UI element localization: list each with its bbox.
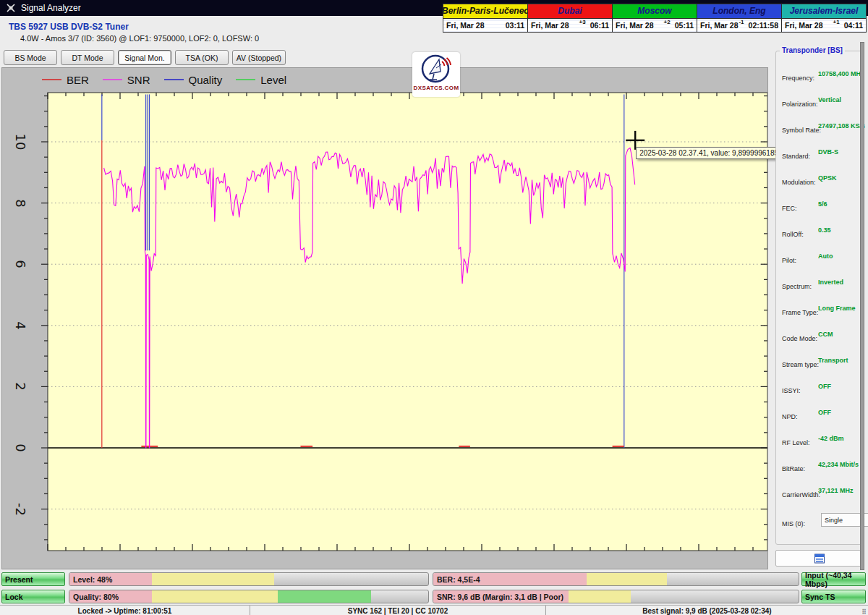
transponder-row: Stream type:Transport xyxy=(782,357,819,367)
chart-tooltip: 2025-03-28 02.37.41, value: 9,8999996185… xyxy=(636,147,799,159)
transponder-field-value: 0.35 xyxy=(818,226,831,234)
statusbar-sync-counters: SYNC 162 | TEI 20 | CC 10702 xyxy=(250,606,546,615)
transponder-field-label: NPD: xyxy=(782,413,798,420)
transponder-row: NPD:OFF xyxy=(782,409,798,419)
transponder-row: Code Mode:CCM xyxy=(782,331,817,341)
clock-date: Fri, Mar 28 xyxy=(616,21,664,30)
transponder-field-value: 5/6 xyxy=(818,200,827,208)
transponder-row: BitRate:42,234 Mbit/s xyxy=(782,461,805,471)
tab-tsa-ok-[interactable]: TSA (OK) xyxy=(175,50,229,65)
bar-zone xyxy=(278,590,371,603)
signal-chart: BERSNRQualityLevel 1086420-2 2025-03-28 … xyxy=(1,67,768,569)
clock-time: 03:11 xyxy=(506,21,524,30)
transponder-field-value: Inverted xyxy=(818,279,843,286)
clock-time-row: Fri, Mar 28+205:11 xyxy=(613,19,697,33)
tab-av-stopped-[interactable]: AV (Stopped) xyxy=(232,50,286,65)
clock-time: 04:11 xyxy=(844,21,863,30)
tab-signal-mon-[interactable]: Signal Mon. xyxy=(118,50,171,65)
clock-column: London, EngFri, Mar 28-102:11:58 xyxy=(697,4,782,32)
transponder-field-label: Spectrum: xyxy=(782,283,812,290)
transponder-row: Pilot:Auto xyxy=(782,253,796,263)
transponder-field-value: -42 dBm xyxy=(818,435,844,442)
transponder-row: Polarization:Vertical xyxy=(782,96,818,106)
transponder-field-value: Long Frame xyxy=(818,305,856,312)
y-tick-label: 2 xyxy=(8,373,34,399)
bar-zone xyxy=(587,573,667,585)
indicator-bar-level: Level: 48% xyxy=(69,572,429,586)
clock-date: Fri, Mar 28 xyxy=(700,21,739,30)
transponder-mis-row: MIS (0):Single∨ xyxy=(782,516,805,526)
transponder-row: Modulation:QPSK xyxy=(782,174,816,184)
clock-city-name: Moscow xyxy=(613,4,697,19)
transponder-field-label: RF Level: xyxy=(782,439,810,446)
transponder-field-value: OFF xyxy=(818,383,831,390)
transponder-field-value: Auto xyxy=(818,253,833,260)
clock-date: Fri, Mar 28 xyxy=(531,21,579,30)
transponder-row: FEC:5/6 xyxy=(782,200,797,211)
transponder-field-value: 10758,400 MHz xyxy=(818,70,864,77)
y-tick-label: 4 xyxy=(8,313,34,339)
transponder-field-label: Code Mode: xyxy=(782,335,817,342)
clock-utc-offset: +2 xyxy=(664,19,671,25)
bar-label: Level: 48% xyxy=(73,573,112,585)
y-tick-label: 6 xyxy=(8,251,34,277)
transponder-field-label: FEC: xyxy=(782,205,797,212)
tuner-name: TBS 5927 USB DVB-S2 Tuner xyxy=(9,22,129,32)
clock-city-name: London, Eng xyxy=(697,4,781,19)
clock-utc-offset: +1 xyxy=(833,19,840,25)
bar-label: SNR: 9,6 dB (Margin: 3,1 dB | Poor) xyxy=(437,590,563,603)
bar-zone xyxy=(152,573,274,585)
panel-scrollbar[interactable] xyxy=(860,42,864,570)
transponder-field-label: Stream type: xyxy=(782,361,819,368)
clock-date: Fri, Mar 28 xyxy=(446,21,501,30)
transponder-field-label: Pilot: xyxy=(782,257,796,264)
clock-time: 05:11 xyxy=(675,21,694,30)
clock-time-row: Fri, Mar 28+104:11 xyxy=(782,19,866,33)
resize-grip[interactable]: ⠿ xyxy=(861,608,867,615)
logo-text: DXSATCS.COM xyxy=(414,85,459,91)
clock-utc-offset: -1 xyxy=(739,19,744,25)
bar-zone xyxy=(152,590,278,603)
clock-time-row: Fri, Mar 28+306:11 xyxy=(528,19,612,33)
clock-city-name: Jerusalem-Israel xyxy=(782,4,866,19)
transponder-field-label: Frequency: xyxy=(782,75,814,82)
transponder-field-value: QPSK xyxy=(818,174,837,182)
transponder-row: Standard:DVB-S xyxy=(782,148,810,158)
statusbar-best-signal: Best signal: 9,9 dB (2025-03-28 02:34) xyxy=(546,606,868,615)
transponder-field-value: OFF xyxy=(818,409,831,416)
clock-time-row: Fri, Mar 2803:11 xyxy=(443,19,527,33)
transponder-row: ISSYI:OFF xyxy=(782,383,801,393)
transponder-field-label: Symbol Rate: xyxy=(782,127,821,134)
indicator-bar-quality: Quality: 80% xyxy=(69,590,429,603)
clock-city-name: Dubai xyxy=(528,4,612,19)
bar-label: BER: 4,5E-4 xyxy=(437,573,480,585)
chart-canvas xyxy=(2,68,767,569)
transponder-row: CarrierWidth:37,121 MHz xyxy=(782,487,820,497)
transponder-save-button[interactable] xyxy=(775,550,864,567)
transponder-field-value: Transport xyxy=(818,357,848,364)
clock-time-row: Fri, Mar 28-102:11:58 xyxy=(697,19,781,33)
clock-column: MoscowFri, Mar 28+205:11 xyxy=(613,4,697,32)
tab-dt-mode[interactable]: DT Mode xyxy=(61,50,114,65)
clock-time: 06:11 xyxy=(590,21,609,30)
transponder-field-label: Standard: xyxy=(782,153,810,160)
mis-value: Single xyxy=(825,517,843,524)
indicator-bar-ber: BER: 4,5E-4 xyxy=(433,572,799,586)
y-tick-label: 0 xyxy=(8,435,34,461)
transponder-row: Spectrum:Inverted xyxy=(782,279,812,289)
statusbar-lock-uptime: Locked -> Uptime: 81:00:51 xyxy=(0,606,250,615)
dxsatcs-logo: DXSATCS.COM xyxy=(412,52,460,97)
transponder-field-value: CCM xyxy=(818,331,833,338)
transponder-field-value: Vertical xyxy=(818,96,841,103)
transponder-row: RF Level:-42 dBm xyxy=(782,435,810,445)
status-badge-right: Input (~40,34 Mbps) xyxy=(801,572,866,586)
tab-bs-mode[interactable]: BS Mode xyxy=(4,50,57,65)
transponder-row: Symbol Rate:27497,108 KS/s xyxy=(782,122,821,132)
indicator-bar-snr: SNR: 9,6 dB (Margin: 3,1 dB | Poor) xyxy=(433,590,799,603)
clock-column: Jerusalem-IsraelFri, Mar 28+104:11 xyxy=(782,4,866,32)
clock-time: 02:11:58 xyxy=(749,21,778,30)
transponder-field-label: BitRate: xyxy=(782,465,805,472)
transponder-row: RollOff:0.35 xyxy=(782,226,804,237)
transponder-field-value: DVB-S xyxy=(818,148,838,156)
transponder-field-label: CarrierWidth: xyxy=(782,491,820,499)
